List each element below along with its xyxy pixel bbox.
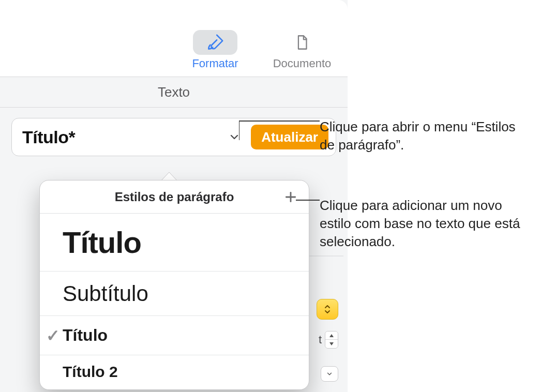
tab-text[interactable]: Texto [158, 84, 190, 100]
style-item-label: Título [63, 225, 141, 260]
chevron-updown-icon [324, 304, 331, 314]
format-tab[interactable]: Formatar [184, 30, 246, 70]
step-down-icon[interactable] [325, 340, 338, 348]
document-tab[interactable]: Documento [271, 30, 333, 70]
style-item-heading[interactable]: ✓ Título [40, 316, 309, 355]
document-label: Documento [273, 57, 332, 70]
style-item-label: Título 2 [63, 363, 118, 381]
font-size-suffix: t [319, 333, 322, 346]
inspector-panel: Formatar Documento Texto Título* Atualiz… [0, 0, 348, 392]
style-item-label: Subtítulo [63, 281, 148, 306]
callout-open-menu: Clique para abrir o menu “Estilos de par… [320, 118, 532, 154]
callout-add-style: Clique para adicionar um novo estilo com… [320, 197, 527, 251]
inspector-toolbar: Formatar Documento [0, 0, 348, 77]
font-size-stepper[interactable] [325, 331, 338, 349]
style-item-label: Título [63, 326, 108, 345]
leader-line-add-style [296, 197, 320, 204]
document-icon [293, 34, 311, 51]
popover-title: Estilos de parágrafo [115, 190, 234, 204]
typeface-popup[interactable] [321, 366, 338, 382]
paragraph-styles-popover: Estilos de parágrafo Título Subtítulo ✓ … [39, 180, 309, 390]
font-size-control[interactable]: t [319, 331, 338, 349]
style-item-heading2[interactable]: Título 2 [40, 355, 309, 388]
style-item-title[interactable]: Título [40, 214, 309, 272]
inspector-subtabs: Texto [0, 77, 348, 108]
brush-icon [205, 33, 225, 52]
chevron-down-icon [326, 370, 333, 378]
popover-header: Estilos de parágrafo [40, 180, 309, 214]
current-style-name: Título* [22, 127, 218, 147]
style-list: Título Subtítulo ✓ Título Título 2 [40, 214, 309, 389]
leader-line-open-menu [239, 119, 320, 141]
step-up-icon[interactable] [325, 331, 338, 340]
svg-marker-3 [329, 334, 334, 337]
check-icon: ✓ [46, 326, 60, 345]
text-color-popup[interactable] [317, 299, 338, 320]
format-label: Formatar [192, 57, 238, 70]
style-item-subtitle[interactable]: Subtítulo [40, 272, 309, 316]
svg-marker-4 [329, 342, 334, 345]
